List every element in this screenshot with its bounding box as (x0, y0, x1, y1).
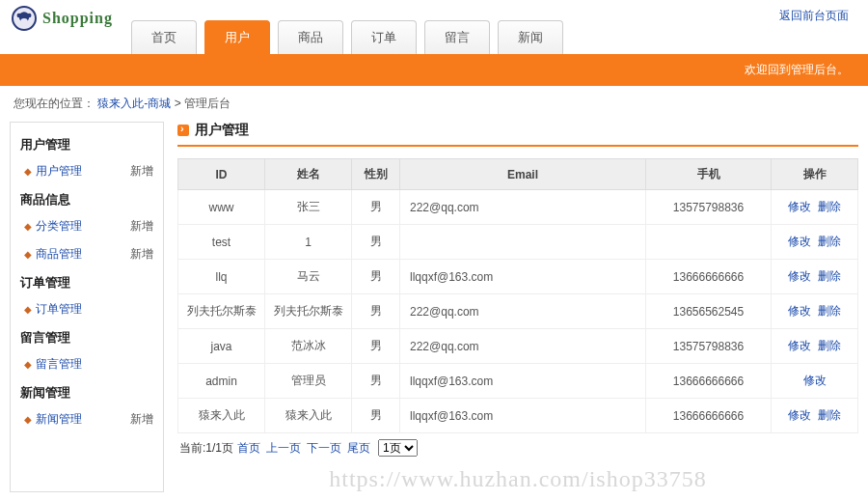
table-row: admin管理员男llqqxf@163.com13666666666修改 (178, 364, 858, 399)
cell-gender: 男 (352, 190, 400, 225)
sidebar-link[interactable]: 商品管理 (36, 247, 82, 261)
back-to-front-link[interactable]: 返回前台页面 (779, 8, 849, 24)
cell-gender: 男 (352, 260, 400, 294)
sidebar-add-link[interactable]: 新增 (130, 411, 153, 428)
delete-link[interactable]: 删除 (818, 200, 841, 213)
cell-name: 马云 (265, 260, 352, 294)
col-header: 姓名 (265, 159, 352, 190)
col-header: 操作 (772, 159, 858, 190)
cell-phone: 13666666666 (646, 364, 772, 399)
cell-name: 管理员 (265, 364, 352, 399)
diamond-icon: ◆ (24, 221, 32, 232)
pager-last[interactable]: 尾页 (347, 440, 370, 457)
pager-next[interactable]: 下一页 (307, 440, 341, 457)
cell-email: 222@qq.com (400, 190, 646, 225)
sidebar-item: ◆订单管理 (11, 295, 163, 323)
cell-name: 列夫托尔斯泰 (265, 294, 352, 329)
breadcrumb-sep: > (175, 97, 184, 110)
cell-name: 范冰冰 (265, 329, 352, 364)
tab-1[interactable]: 用户 (204, 20, 270, 54)
delete-link[interactable]: 删除 (818, 339, 841, 352)
sidebar-link[interactable]: 用户管理 (36, 164, 82, 178)
sidebar-add-link[interactable]: 新增 (130, 246, 153, 263)
pager-select[interactable]: 1页 (378, 439, 418, 457)
delete-link[interactable]: 删除 (818, 269, 841, 283)
cell-email: 222@qq.com (400, 294, 646, 329)
delete-link[interactable]: 删除 (818, 235, 841, 248)
cell-actions: 修改 (772, 364, 858, 399)
user-table: ID姓名性别Email手机操作 www张三男222@qq.com13575798… (177, 158, 858, 433)
table-row: 列夫托尔斯泰列夫托尔斯泰男222@qq.com13656562545修改 删除 (178, 294, 858, 329)
cell-name: 张三 (265, 190, 352, 225)
edit-link[interactable]: 修改 (788, 339, 811, 352)
table-row: www张三男222@qq.com13575798836修改 删除 (178, 190, 858, 225)
sidebar-add-link[interactable]: 新增 (130, 218, 153, 235)
watermark: https://www.huzhan.com/ishop33758 (177, 466, 858, 492)
cell-gender: 男 (352, 294, 400, 329)
sidebar-link[interactable]: 新闻管理 (36, 412, 82, 426)
cell-actions: 修改 删除 (772, 190, 858, 225)
edit-link[interactable]: 修改 (788, 235, 811, 248)
pager-status: 当前:1/1页 (179, 440, 233, 457)
sidebar-link[interactable]: 订单管理 (36, 302, 82, 316)
cell-email: llqqxf@163.com (400, 364, 646, 399)
cell-phone (646, 225, 772, 260)
cell-id: java (178, 329, 265, 364)
cell-actions: 修改 删除 (772, 260, 858, 294)
cell-phone: 13656562545 (646, 294, 772, 329)
table-row: java范冰冰男222@qq.com13575798836修改 删除 (178, 329, 858, 364)
cell-email: llqqxf@163.com (400, 399, 646, 433)
sidebar-item: ◆留言管理 (11, 350, 163, 378)
welcome-bar: 欢迎回到管理后台。 (0, 54, 868, 86)
sidebar-item: ◆用户管理新增 (11, 157, 163, 185)
diamond-icon: ◆ (24, 414, 32, 425)
breadcrumb-link[interactable]: 猿来入此-商城 (97, 97, 171, 110)
tab-4[interactable]: 留言 (424, 20, 490, 54)
pager-first[interactable]: 首页 (237, 440, 260, 457)
cell-id: llq (178, 260, 265, 294)
sidebar-link[interactable]: 分类管理 (36, 219, 82, 233)
edit-link[interactable]: 修改 (788, 200, 811, 213)
diamond-icon: ◆ (24, 304, 32, 315)
cell-phone: 13666666666 (646, 260, 772, 294)
cell-gender: 男 (352, 329, 400, 364)
logo: Shopping (12, 6, 113, 31)
cell-id: test (178, 225, 265, 260)
pager-prev[interactable]: 上一页 (266, 440, 301, 457)
svg-point-1 (17, 14, 22, 18)
col-header: 手机 (646, 159, 772, 190)
tab-0[interactable]: 首页 (131, 20, 197, 54)
edit-link[interactable]: 修改 (788, 304, 811, 318)
tab-3[interactable]: 订单 (351, 20, 417, 54)
sidebar-item: ◆新闻管理新增 (11, 405, 163, 433)
cell-actions: 修改 删除 (772, 225, 858, 260)
sidebar: 用户管理◆用户管理新增商品信息◆分类管理新增◆商品管理新增订单管理◆订单管理留言… (10, 122, 164, 492)
cell-id: admin (178, 364, 265, 399)
edit-link[interactable]: 修改 (788, 408, 811, 422)
col-header: Email (400, 159, 646, 190)
monkey-icon (12, 6, 37, 31)
sidebar-link[interactable]: 留言管理 (36, 357, 82, 371)
edit-link[interactable]: 修改 (788, 269, 811, 283)
sidebar-group-title: 用户管理 (11, 130, 163, 157)
cell-phone: 13575798836 (646, 190, 772, 225)
tab-5[interactable]: 新闻 (498, 20, 563, 54)
arrow-icon (177, 125, 189, 136)
diamond-icon: ◆ (24, 166, 32, 177)
svg-point-2 (27, 14, 32, 18)
cell-email: llqqxf@163.com (400, 260, 646, 294)
sidebar-item: ◆分类管理新增 (11, 212, 163, 240)
sidebar-add-link[interactable]: 新增 (130, 163, 153, 180)
svg-point-3 (20, 18, 28, 24)
edit-link[interactable]: 修改 (803, 374, 827, 387)
delete-link[interactable]: 删除 (818, 408, 841, 422)
tab-2[interactable]: 商品 (278, 20, 343, 54)
col-header: ID (178, 159, 265, 190)
sidebar-item: ◆商品管理新增 (11, 240, 163, 268)
cell-actions: 修改 删除 (772, 329, 858, 364)
table-row: test1男修改 删除 (178, 225, 858, 260)
page-title: 用户管理 (177, 122, 858, 147)
delete-link[interactable]: 删除 (818, 304, 841, 318)
cell-actions: 修改 删除 (772, 399, 858, 433)
table-row: llq马云男llqqxf@163.com13666666666修改 删除 (178, 260, 858, 294)
